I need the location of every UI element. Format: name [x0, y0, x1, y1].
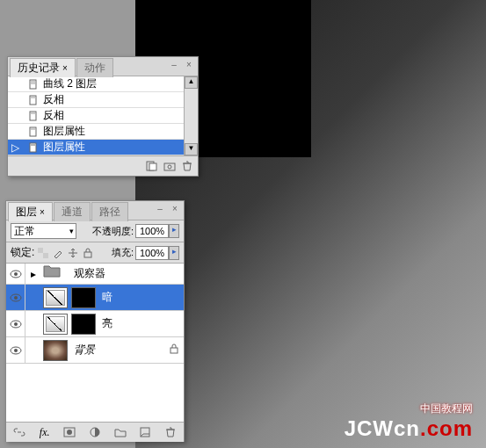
- curves-thumbnail[interactable]: [43, 314, 68, 335]
- history-item[interactable]: ▷ 图层属性: [8, 140, 184, 155]
- svg-point-14: [168, 165, 171, 169]
- watermark-cn: 中国教程网: [345, 401, 473, 416]
- layers-panel-header: 图层× 通道 路径 – ×: [6, 201, 184, 220]
- fill-label: 填充:: [112, 246, 134, 259]
- history-item-label: 反相: [43, 92, 64, 107]
- layer-row[interactable]: 暗: [6, 285, 184, 311]
- panel-close-button[interactable]: ×: [183, 60, 195, 72]
- history-item-label: 反相: [43, 108, 64, 123]
- history-item[interactable]: 曲线 2 图层: [8, 76, 184, 92]
- history-marker-icon: ▷: [11, 141, 24, 154]
- svg-point-28: [67, 430, 72, 435]
- history-item-label: 图层属性: [43, 124, 85, 139]
- blend-mode-select[interactable]: 正常 ▾: [11, 223, 76, 239]
- svg-rect-15: [38, 248, 43, 253]
- svg-rect-26: [170, 348, 178, 353]
- add-mask-button[interactable]: [62, 425, 77, 439]
- history-item-label: 图层属性: [43, 140, 85, 155]
- layer-name[interactable]: 暗: [102, 290, 112, 305]
- history-item-label: 曲线 2 图层: [43, 76, 97, 91]
- history-panel: 历史记录× 动作 – × 曲线 2 图层 反相 反相: [7, 56, 199, 177]
- layers-list: ▸ 观察器 暗 亮 背景: [6, 264, 184, 422]
- layers-panel: 图层× 通道 路径 – × 正常 ▾ 不透明度: 100% ▸ 锁定: 填充: …: [5, 200, 185, 442]
- opacity-input[interactable]: 100%: [135, 224, 169, 238]
- svg-rect-16: [43, 253, 48, 258]
- layer-thumbnail[interactable]: [43, 340, 68, 361]
- layer-lock-row: 锁定: 填充: 100% ▸: [6, 242, 184, 264]
- scrollbar[interactable]: ▲ ▼: [184, 76, 198, 155]
- svg-rect-13: [164, 163, 175, 170]
- delete-layer-button[interactable]: [163, 425, 178, 439]
- tab-layers[interactable]: 图层×: [8, 202, 53, 221]
- mask-thumbnail[interactable]: [71, 314, 96, 335]
- history-panel-header: 历史记录× 动作 – ×: [8, 57, 198, 76]
- svg-point-21: [14, 296, 18, 300]
- visibility-toggle[interactable]: [6, 337, 25, 363]
- document-icon: [26, 110, 40, 122]
- fill-input[interactable]: 100%: [135, 246, 169, 260]
- expand-arrow-icon[interactable]: ▸: [25, 264, 41, 284]
- folder-icon: [43, 264, 68, 285]
- tab-actions[interactable]: 动作: [76, 58, 113, 77]
- visibility-toggle[interactable]: [6, 311, 25, 336]
- svg-point-19: [14, 272, 18, 276]
- tab-channels[interactable]: 通道: [54, 202, 91, 221]
- layer-name[interactable]: 背景: [74, 343, 95, 358]
- svg-rect-12: [149, 163, 156, 170]
- layers-footer: fx.: [6, 422, 184, 442]
- visibility-toggle[interactable]: [6, 285, 25, 310]
- link-layers-button[interactable]: [11, 425, 27, 439]
- new-snapshot-button[interactable]: [162, 159, 178, 173]
- new-layer-button[interactable]: [137, 425, 153, 439]
- layer-name[interactable]: 观察器: [74, 266, 105, 281]
- lock-transparent-button[interactable]: [37, 247, 49, 259]
- svg-rect-17: [84, 252, 91, 257]
- close-icon[interactable]: ×: [62, 63, 68, 73]
- lock-position-button[interactable]: [67, 247, 79, 259]
- history-footer: [8, 155, 198, 176]
- watermark: 中国教程网 JCWcn.com: [345, 401, 473, 441]
- document-icon: [26, 94, 40, 106]
- lock-all-button[interactable]: [82, 247, 94, 259]
- mask-thumbnail[interactable]: [71, 287, 96, 308]
- tab-history[interactable]: 历史记录×: [10, 58, 76, 77]
- new-adjustment-button[interactable]: [87, 425, 103, 439]
- layer-row[interactable]: 背景: [6, 337, 184, 364]
- scroll-up-button[interactable]: ▲: [185, 76, 198, 89]
- layer-options-row: 正常 ▾ 不透明度: 100% ▸: [6, 220, 184, 242]
- watermark-en: JCWcn.com: [345, 416, 473, 441]
- layer-row[interactable]: 亮: [6, 311, 184, 337]
- new-document-from-state-button[interactable]: [144, 159, 160, 173]
- layer-name[interactable]: 亮: [102, 316, 112, 331]
- document-icon: [26, 78, 40, 90]
- visibility-toggle[interactable]: [6, 264, 25, 284]
- scroll-down-button[interactable]: ▼: [185, 143, 198, 155]
- fill-slider-button[interactable]: ▸: [169, 246, 179, 260]
- lock-label: 锁定:: [11, 245, 34, 260]
- svg-point-23: [14, 322, 18, 326]
- history-item[interactable]: 反相: [8, 92, 184, 108]
- document-icon: [26, 126, 40, 138]
- history-item[interactable]: 反相: [8, 108, 184, 124]
- history-item[interactable]: 图层属性: [8, 124, 184, 140]
- opacity-slider-button[interactable]: ▸: [169, 224, 179, 238]
- chevron-down-icon: ▾: [69, 227, 76, 235]
- layer-row[interactable]: ▸ 观察器: [6, 264, 184, 285]
- layer-style-button[interactable]: fx.: [37, 425, 53, 439]
- tab-paths[interactable]: 路径: [91, 202, 128, 221]
- opacity-label: 不透明度:: [92, 225, 134, 238]
- new-group-button[interactable]: [112, 425, 128, 439]
- lock-icon: [170, 343, 178, 357]
- svg-point-25: [14, 349, 18, 352]
- history-list: 曲线 2 图层 反相 反相 图层属性 ▷ 图层属性: [8, 76, 184, 155]
- lock-pixels-button[interactable]: [52, 247, 64, 259]
- panel-close-button[interactable]: ×: [169, 204, 181, 216]
- curves-thumbnail[interactable]: [43, 287, 68, 308]
- delete-button[interactable]: [179, 159, 195, 173]
- blend-mode-value: 正常: [14, 224, 35, 239]
- panel-minimize-button[interactable]: –: [154, 204, 166, 216]
- close-icon[interactable]: ×: [40, 207, 45, 217]
- document-icon: [26, 141, 40, 154]
- panel-minimize-button[interactable]: –: [168, 60, 180, 72]
